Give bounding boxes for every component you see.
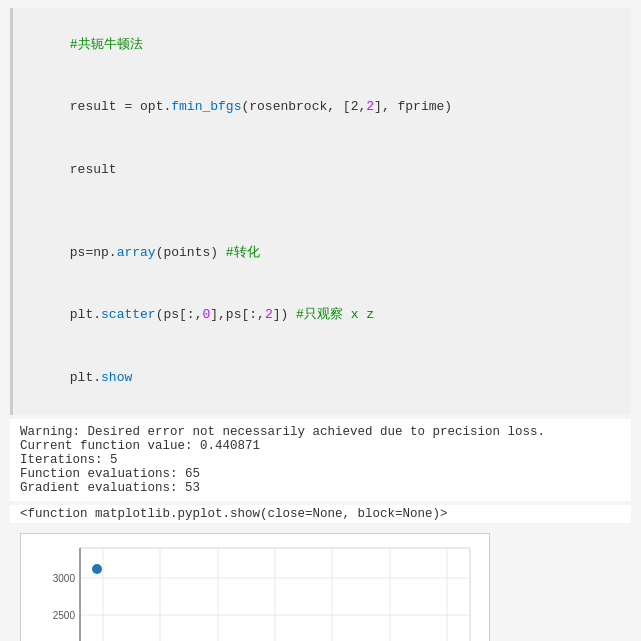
code-line-4: ps=np.array(points) #转化 bbox=[23, 222, 621, 284]
warning-text: Warning: Desired error not necessarily a… bbox=[20, 425, 621, 439]
comment-line: #共轭牛顿法 bbox=[23, 14, 621, 76]
scatter-point bbox=[92, 564, 102, 574]
function-evals-text: Function evaluations: 65 bbox=[20, 467, 621, 481]
iterations-text: Iterations: 5 bbox=[20, 453, 621, 467]
code-line-6: plt.show bbox=[23, 347, 621, 409]
code-line-2: result bbox=[23, 139, 621, 201]
svg-text:3000: 3000 bbox=[53, 573, 76, 584]
code-line-5: plt.scatter(ps[:,0],ps[:,2]) #只观察 x z bbox=[23, 284, 621, 346]
output-block: Warning: Desired error not necessarily a… bbox=[10, 419, 631, 501]
function-output: <function matplotlib.pyplot.show(close=N… bbox=[10, 505, 631, 523]
scatter-plot: 0 500 1000 1500 2000 2500 3000 −1.0 −0.5… bbox=[20, 533, 490, 641]
svg-text:2500: 2500 bbox=[53, 610, 76, 621]
code-line-1: result = opt.fmin_bfgs(rosenbrock, [2,2]… bbox=[23, 76, 621, 138]
plot-svg: 0 500 1000 1500 2000 2500 3000 −1.0 −0.5… bbox=[25, 538, 485, 641]
gradient-evals-text: Gradient evaluations: 53 bbox=[20, 481, 621, 495]
current-function-text: Current function value: 0.440871 bbox=[20, 439, 621, 453]
function-line-text: <function matplotlib.pyplot.show(close=N… bbox=[20, 507, 621, 521]
code-line-blank bbox=[23, 201, 621, 222]
